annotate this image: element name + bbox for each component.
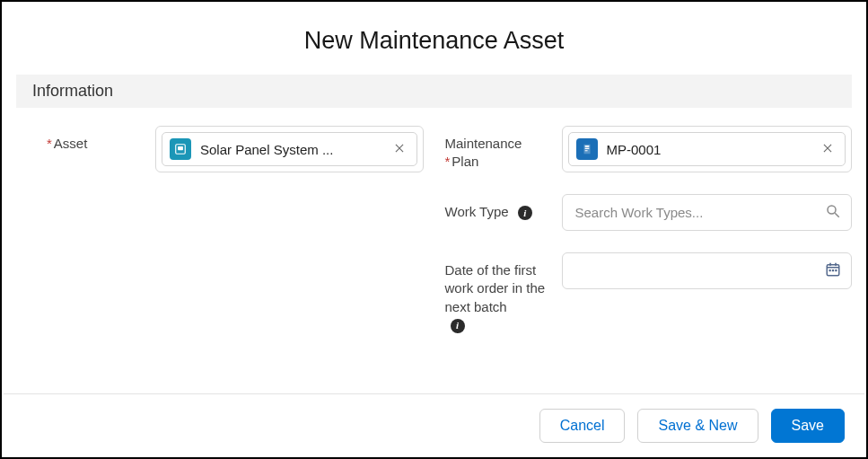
search-icon xyxy=(825,203,841,223)
first-work-order-date-label: Date of the first work order in the next… xyxy=(445,252,562,334)
required-indicator: * xyxy=(445,154,451,169)
calendar-icon[interactable] xyxy=(825,261,841,281)
svg-rect-6 xyxy=(829,262,831,266)
work-type-label-text: Work Type xyxy=(445,204,509,219)
svg-rect-9 xyxy=(832,269,834,271)
cancel-button[interactable]: Cancel xyxy=(539,409,626,443)
asset-control: Solar Panel System ... xyxy=(155,126,424,172)
svg-line-3 xyxy=(835,213,839,217)
modal-footer: Cancel Save & New Save xyxy=(4,393,864,457)
maintenance-plan-control: MP-0001 xyxy=(562,126,853,172)
work-type-search-input[interactable] xyxy=(562,194,853,231)
asset-pill[interactable]: Solar Panel System ... xyxy=(162,132,417,166)
first-work-order-date-label-text: Date of the first work order in the next… xyxy=(445,262,546,314)
field-first-work-order-date: Date of the first work order in the next… xyxy=(445,252,853,334)
maintenance-plan-pill[interactable]: MP-0001 xyxy=(568,132,846,166)
form-column-right: Maintenance *Plan MP-0001 xyxy=(442,126,853,356)
svg-rect-10 xyxy=(835,269,837,271)
form-column-left: *Asset Solar Panel System ... xyxy=(16,126,442,356)
modal-title: New Maintenance Asset xyxy=(2,27,866,55)
work-type-label: Work Type i xyxy=(445,194,562,221)
svg-rect-1 xyxy=(178,146,183,150)
asset-label: *Asset xyxy=(16,126,155,153)
asset-icon xyxy=(170,138,191,160)
first-work-order-date-control xyxy=(562,252,853,289)
svg-rect-7 xyxy=(835,262,837,266)
maintenance-plan-selected-label: MP-0001 xyxy=(607,142,810,157)
asset-label-text: Asset xyxy=(54,136,88,151)
section-header-information: Information xyxy=(16,75,852,108)
save-and-new-button[interactable]: Save & New xyxy=(637,409,758,443)
info-icon[interactable]: i xyxy=(518,206,532,220)
form-area: *Asset Solar Panel System ... xyxy=(2,108,866,356)
maintenance-plan-label: Maintenance *Plan xyxy=(445,126,562,172)
work-type-control xyxy=(562,194,853,231)
field-maintenance-plan: Maintenance *Plan MP-0001 xyxy=(445,126,853,172)
asset-lookup[interactable]: Solar Panel System ... xyxy=(155,126,424,172)
maintenance-plan-label-line1: Maintenance xyxy=(445,136,522,151)
save-button[interactable]: Save xyxy=(771,409,845,443)
maintenance-plan-remove-button[interactable] xyxy=(818,140,837,159)
field-asset: *Asset Solar Panel System ... xyxy=(16,126,424,172)
svg-rect-8 xyxy=(829,269,831,271)
info-icon[interactable]: i xyxy=(451,319,465,333)
first-work-order-date-input[interactable] xyxy=(562,252,853,289)
asset-selected-label: Solar Panel System ... xyxy=(200,142,381,157)
maintenance-plan-label-line2: Plan xyxy=(452,154,478,169)
maintenance-plan-lookup[interactable]: MP-0001 xyxy=(562,126,853,172)
field-work-type: Work Type i xyxy=(445,194,853,231)
maintenance-plan-icon xyxy=(576,138,598,160)
required-indicator: * xyxy=(47,136,52,151)
svg-point-2 xyxy=(828,206,836,214)
asset-remove-button[interactable] xyxy=(390,140,409,159)
